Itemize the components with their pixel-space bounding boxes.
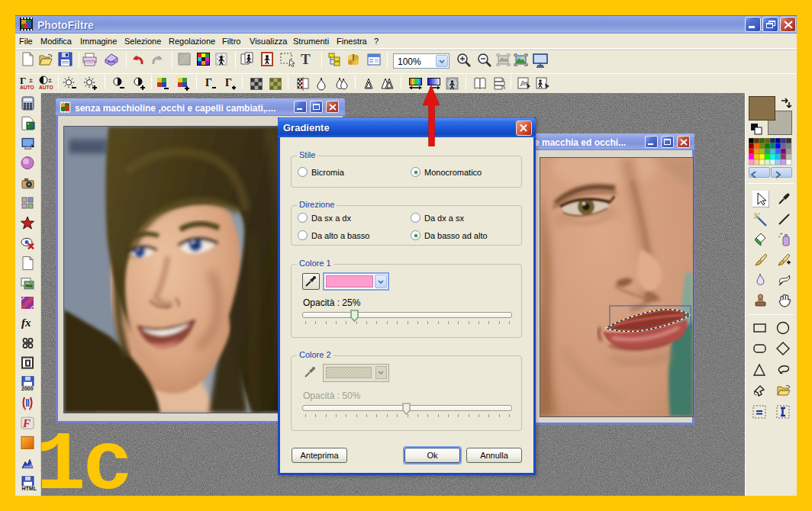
svg-text:Ricard: Ricard [71,141,102,153]
svg-text:2000: 2000 [21,386,34,391]
svg-text:Γ: Γ [225,77,232,88]
svg-text:±: ± [48,76,52,84]
svg-text:fx: fx [21,317,31,329]
svg-text:AUTO: AUTO [20,85,34,90]
svg-text:±: ± [29,76,33,84]
svg-text:Γ: Γ [205,77,212,88]
svg-text:HTML: HTML [22,486,37,491]
svg-text:F: F [22,417,31,429]
svg-text:AUTO: AUTO [39,85,53,90]
